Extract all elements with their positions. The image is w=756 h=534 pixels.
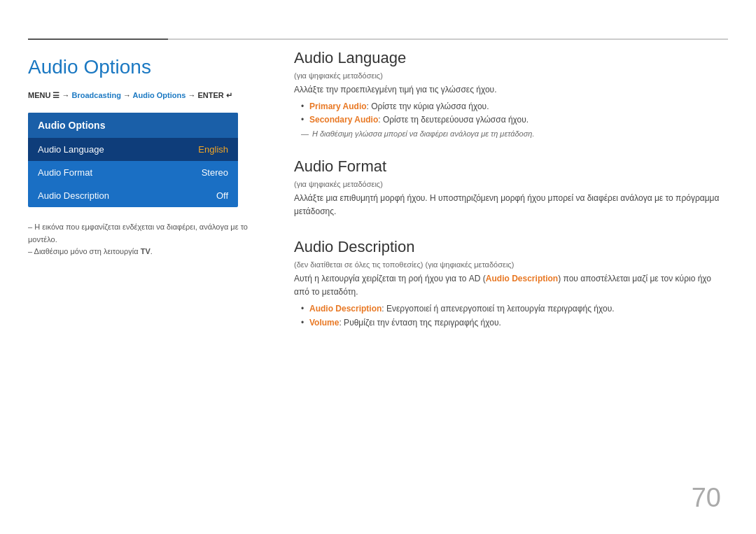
menu-path: MENU ☰ → Broadcasting → Audio Options → … bbox=[28, 91, 252, 100]
audio-format-title: Audio Format bbox=[294, 157, 728, 176]
menu-arrow3: → ENTER ↵ bbox=[186, 91, 232, 99]
page-number: 70 bbox=[692, 483, 721, 513]
audio-format-description: Αλλάξτε μια επιθυμητή μορφή ήχου. Η υποσ… bbox=[294, 192, 728, 218]
menu-item-label: Audio Format bbox=[38, 167, 92, 178]
menu-item-value: English bbox=[198, 144, 228, 155]
footnote-2: – Διαθέσιμο μόνο στη λειτουργία TV. bbox=[28, 246, 252, 258]
tv-bold: TV bbox=[141, 247, 150, 255]
menu-icon: MENU ☰ → bbox=[28, 91, 72, 99]
menu-item-audio-format[interactable]: Audio Format Stereo bbox=[28, 161, 238, 184]
section-audio-description: Audio Description (δεν διατίθεται σε όλε… bbox=[294, 238, 728, 330]
bullet-audio-description: Audio Description: Ενεργοποιεί ή απενεργ… bbox=[301, 302, 728, 316]
menu-box-title: Audio Options bbox=[28, 113, 238, 138]
left-panel: Audio Options MENU ☰ → Broadcasting → Au… bbox=[28, 49, 252, 258]
menu-item-label: Audio Description bbox=[38, 190, 109, 201]
menu-arrow2: → bbox=[121, 91, 133, 99]
audio-language-title: Audio Language bbox=[294, 49, 728, 67]
top-line-accent bbox=[28, 38, 168, 40]
footnotes: – Η εικόνα που εμφανίζεται ενδέχεται να … bbox=[28, 221, 252, 258]
page-title: Audio Options bbox=[28, 56, 252, 78]
menu-item-audio-description[interactable]: Audio Description Off bbox=[28, 184, 238, 207]
audio-description-bullets: Audio Description: Ενεργοποιεί ή απενεργ… bbox=[294, 302, 728, 329]
audio-format-subtitle: (για ψηφιακές μεταδόσεις) bbox=[294, 180, 728, 188]
menu-item-value: Stereo bbox=[202, 167, 228, 178]
bullet-secondary-audio: Secondary Audio: Ορίστε τη δευτερεύουσα … bbox=[301, 113, 728, 127]
bullet-volume: Volume: Ρυθμίζει την ένταση της περιγραφ… bbox=[301, 316, 728, 330]
audio-options-link: Audio Options bbox=[133, 91, 186, 99]
bullet-primary-audio: Primary Audio: Ορίστε την κύρια γλώσσα ή… bbox=[301, 100, 728, 113]
right-panel: Audio Language (για ψηφιακές μεταδόσεις)… bbox=[294, 49, 728, 349]
menu-box: Audio Options Audio Language English Aud… bbox=[28, 113, 238, 207]
audio-language-bullets: Primary Audio: Ορίστε την κύρια γλώσσα ή… bbox=[294, 100, 728, 127]
footnote-1: – Η εικόνα που εμφανίζεται ενδέχεται να … bbox=[28, 221, 252, 246]
audio-description-title: Audio Description bbox=[294, 238, 728, 256]
audio-description-inline-label: Audio Description bbox=[486, 274, 558, 283]
audio-description-description: Αυτή η λειτουργία χειρίζεται τη ροή ήχου… bbox=[294, 272, 728, 299]
audio-language-description: Αλλάξτε την προεπιλεγμένη τιμή για τις γ… bbox=[294, 83, 728, 97]
menu-item-value: Off bbox=[216, 190, 228, 201]
audio-description-subtitle: (δεν διατίθεται σε όλες τις τοποθεσίες) … bbox=[294, 260, 728, 269]
menu-item-label: Audio Language bbox=[38, 144, 104, 155]
section-audio-language: Audio Language (για ψηφιακές μεταδόσεις)… bbox=[294, 49, 728, 138]
primary-audio-label: Primary Audio bbox=[309, 101, 367, 111]
audio-language-note: Η διαθέσιμη γλώσσα μπορεί να διαφέρει αν… bbox=[294, 129, 728, 138]
section-audio-format: Audio Format (για ψηφιακές μεταδόσεις) Α… bbox=[294, 157, 728, 218]
menu-item-audio-language[interactable]: Audio Language English bbox=[28, 138, 238, 161]
volume-label: Volume bbox=[309, 318, 339, 328]
broadcasting-link: Broadcasting bbox=[72, 91, 121, 99]
secondary-audio-label: Secondary Audio bbox=[309, 115, 378, 125]
audio-language-subtitle: (για ψηφιακές μεταδόσεις) bbox=[294, 71, 728, 80]
audio-description-bullet-label: Audio Description bbox=[309, 304, 382, 314]
